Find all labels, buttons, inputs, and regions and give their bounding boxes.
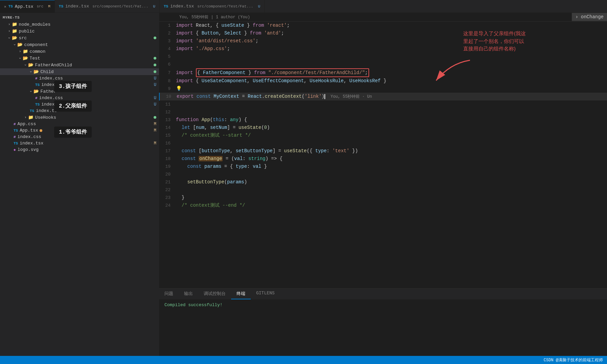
sidebar-item-index-ts[interactable]: TS index.ts — [0, 108, 159, 114]
sidebar-item-child[interactable]: › 📂 Child — [0, 68, 159, 75]
status-dot — [154, 64, 156, 66]
sidebar-item-component[interactable]: › 📂 component — [0, 41, 159, 48]
panel-tabs: 问题 输出 调试控制台 终端 GITLENS — [159, 289, 607, 300]
code-line-24: 24 /* context测试 --end */ — [159, 202, 607, 209]
line-content: const [buttonType, setButtonType] = useS… — [176, 147, 607, 155]
line-content — [176, 170, 607, 178]
sidebar-item-app-tsx[interactable]: TS App.tsx M 1.爷爷组件 — [0, 127, 159, 134]
code-line-14: 14 let [num, setNum] = useState(0) — [159, 124, 607, 132]
line-number: 9 — [159, 85, 176, 93]
sidebar-item-src-index-tsx[interactable]: TS index.tsx M — [0, 140, 159, 146]
code-line-16: 16 — [159, 139, 607, 147]
tab-index-tsx-2[interactable]: TS index.tsx src/component/Test/Fat... U — [160, 0, 265, 13]
sidebar-item-label: Test — [30, 56, 40, 61]
file-modified-badge: U — [154, 83, 159, 87]
close-icon[interactable]: ✕ — [4, 4, 6, 9]
sidebar-item-father[interactable]: › 📂 Father — [0, 88, 159, 95]
code-line-13: 13 function App(this: any) { — [159, 116, 607, 124]
sidebar-item-app-css[interactable]: # App.css M — [0, 121, 159, 127]
sidebar-item-common[interactable]: › 📁 common — [0, 48, 159, 55]
sidebar-item-node-modules[interactable]: › 📁 node_modules — [0, 21, 159, 28]
editor-meta: You, 55秒钟前 | 1 author (You) — [159, 13, 607, 22]
chevron-down-icon: › — [18, 57, 22, 60]
line-content: export const MyContext = React.createCon… — [177, 93, 607, 100]
tab-label: App.tsx — [15, 4, 33, 9]
tab-path: src/component/Test/Fat... — [197, 4, 253, 8]
search-expand-icon[interactable]: › — [575, 14, 578, 20]
search-term: onChange — [581, 14, 604, 20]
line-content: const params = { type: val } — [176, 163, 607, 170]
panel-tab-output[interactable]: 输出 — [179, 289, 198, 299]
line-number: 8 — [159, 77, 176, 85]
code-line-12: 12 — [159, 108, 607, 116]
line-content: import { FatherComponent } from "./compo… — [176, 68, 607, 77]
sidebar-item-src[interactable]: › 📂 src — [0, 35, 159, 41]
code-line-1: 1 import React, { useState } from 'react… — [159, 22, 607, 29]
sidebar-item-label: component — [24, 42, 48, 47]
main-area: MYRE-TS › 📁 node_modules › 📁 public › 📂 … — [0, 13, 607, 356]
sidebar-item-fatherandchild[interactable]: › 📂 FatherAndChild — [0, 62, 159, 68]
code-line-11: 11 — [159, 100, 607, 108]
sidebar-item-label: index.tsx — [41, 82, 65, 87]
sidebar-item-logo-svg[interactable]: ◈ logo.svg — [0, 146, 159, 153]
code-area[interactable]: 1 import React, { useState } from 'react… — [159, 22, 607, 288]
compiled-message: Compiled successfully! — [164, 302, 223, 308]
tab-app-tsx[interactable]: ✕ TS App.tsx src M — [0, 0, 55, 13]
sidebar-item-label: UseHooks — [35, 115, 56, 120]
line-content: import React, { useState } from 'react'; — [176, 22, 607, 29]
sidebar-item-usehooks[interactable]: › 📁 UseHooks — [0, 114, 159, 121]
line-number: 7 — [159, 69, 176, 77]
sidebar-item-src-index-css[interactable]: # index.css — [0, 134, 159, 140]
sidebar-item-test[interactable]: › 📂 Test — [0, 55, 159, 62]
tab-label: index.tsx — [170, 4, 194, 9]
file-modified-badge: M — [154, 141, 159, 146]
sidebar-item-public[interactable]: › 📁 public — [0, 28, 159, 35]
status-bar: CSDN @满脑子技术的前端工程师 — [0, 356, 607, 364]
file-modified-badge: M — [154, 128, 159, 133]
search-bar[interactable]: › onChange — [572, 13, 607, 21]
line-number: 16 — [159, 140, 176, 147]
folder-open-icon: 📂 — [33, 89, 39, 94]
code-line-15: 15 /* context测试 --start */ — [159, 132, 607, 139]
chevron-down-icon: › — [23, 64, 27, 66]
chevron-down-icon: › — [29, 71, 33, 73]
editor-area: You, 55秒钟前 | 1 author (You) 1 import Rea… — [159, 13, 607, 288]
sidebar-item-label: logo.svg — [18, 147, 39, 152]
ts-icon: TS — [14, 129, 18, 133]
panel-tab-problems[interactable]: 问题 — [159, 289, 179, 299]
line-number: 12 — [159, 109, 176, 116]
panel-tab-terminal[interactable]: 终端 — [231, 289, 251, 299]
line-number: 17 — [159, 147, 176, 155]
sidebar-item-label: src — [19, 36, 27, 41]
line-number: 5 — [159, 53, 176, 61]
tab-index-tsx-1[interactable]: TS index.tsx src/component/Test/Fat... U — [55, 0, 160, 13]
sidebar-item-child-tsx[interactable]: TS index.tsx U 3.孩子组件 — [0, 82, 159, 88]
sidebar-item-label: index.css — [18, 134, 41, 139]
folder-open-icon: 📂 — [28, 62, 33, 68]
line-number: 14 — [159, 124, 176, 132]
folder-icon: 📁 — [12, 22, 17, 27]
line-number: 13 — [159, 116, 176, 124]
panel-content: Compiled successfully! — [159, 300, 607, 356]
code-line-22: 22 — [159, 186, 607, 194]
folder-icon: 📁 — [28, 115, 33, 120]
bottom-panel: 问题 输出 调试控制台 终端 GITLENS Compiled successf… — [159, 288, 607, 356]
code-line-6: 6 — [159, 61, 607, 68]
sidebar-item-father-css[interactable]: # index.css U — [0, 95, 159, 101]
line-content — [176, 108, 607, 116]
sidebar-item-father-tsx[interactable]: TS index.tsx U 2.父亲组件 — [0, 101, 159, 108]
sidebar-item-label: Child — [41, 69, 54, 74]
line-number: 4 — [159, 45, 176, 53]
file-modified-badge: U — [154, 102, 159, 107]
status-dot — [154, 57, 156, 60]
panel-tab-gitlens[interactable]: GITLENS — [251, 289, 280, 299]
folder-icon: 📁 — [23, 49, 28, 54]
sidebar-item-label: index.css — [39, 76, 63, 81]
code-line-17: 17 const [buttonType, setButtonType] = u… — [159, 147, 607, 155]
code-line-23: 23 } — [159, 194, 607, 202]
dot-orange — [66, 84, 69, 86]
line-content: import './App.css'; — [176, 45, 607, 52]
sidebar-item-child-css[interactable]: # index.css U — [0, 75, 159, 82]
panel-tab-debug[interactable]: 调试控制台 — [198, 289, 231, 299]
line-content: } — [176, 194, 607, 201]
